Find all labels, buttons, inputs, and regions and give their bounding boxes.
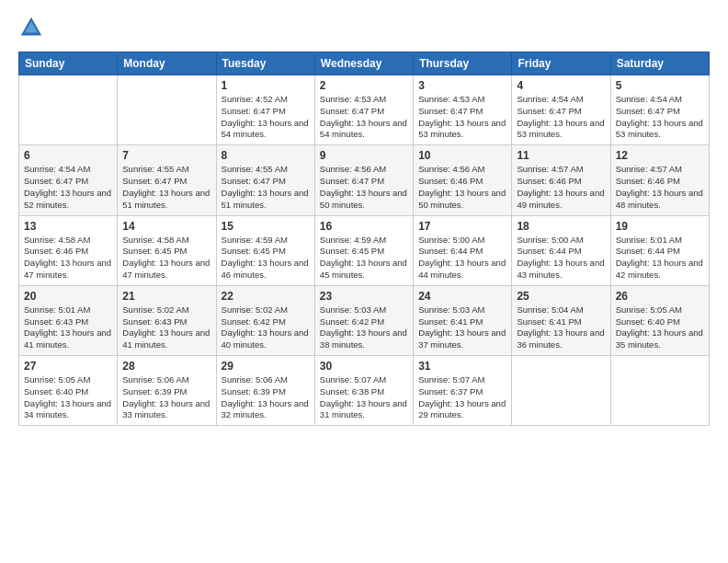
day-number: 1	[222, 79, 310, 92]
calendar-cell: 11Sunrise: 4:57 AM Sunset: 6:46 PM Dayli…	[512, 145, 610, 215]
calendar-cell: 17Sunrise: 5:00 AM Sunset: 6:44 PM Dayli…	[414, 215, 512, 285]
day-number: 16	[320, 220, 408, 233]
day-number: 25	[517, 290, 605, 303]
day-number: 10	[418, 149, 506, 162]
calendar-cell: 18Sunrise: 5:00 AM Sunset: 6:44 PM Dayli…	[512, 215, 610, 285]
calendar-week-row: 1Sunrise: 4:52 AM Sunset: 6:47 PM Daylig…	[19, 75, 710, 145]
calendar-cell: 12Sunrise: 4:57 AM Sunset: 6:46 PM Dayli…	[610, 145, 709, 215]
calendar-cell: 3Sunrise: 4:53 AM Sunset: 6:47 PM Daylig…	[414, 75, 512, 145]
calendar-cell: 21Sunrise: 5:02 AM Sunset: 6:43 PM Dayli…	[118, 285, 216, 355]
day-number: 31	[418, 360, 506, 373]
day-number: 26	[616, 290, 704, 303]
day-info: Sunrise: 5:00 AM Sunset: 6:44 PM Dayligh…	[418, 235, 506, 282]
day-number: 15	[222, 220, 310, 233]
day-number: 28	[122, 360, 210, 373]
day-number: 14	[122, 220, 210, 233]
day-info: Sunrise: 5:07 AM Sunset: 6:37 PM Dayligh…	[418, 374, 506, 421]
day-info: Sunrise: 4:57 AM Sunset: 6:46 PM Dayligh…	[616, 164, 704, 211]
calendar-cell: 20Sunrise: 5:01 AM Sunset: 6:43 PM Dayli…	[19, 285, 118, 355]
page: SundayMondayTuesdayWednesdayThursdayFrid…	[0, 0, 728, 563]
day-info: Sunrise: 4:56 AM Sunset: 6:47 PM Dayligh…	[320, 164, 408, 211]
day-info: Sunrise: 5:06 AM Sunset: 6:39 PM Dayligh…	[122, 374, 210, 421]
day-info: Sunrise: 4:55 AM Sunset: 6:47 PM Dayligh…	[222, 164, 310, 211]
day-number: 17	[418, 220, 506, 233]
day-info: Sunrise: 5:05 AM Sunset: 6:40 PM Dayligh…	[616, 304, 704, 351]
day-number: 12	[616, 149, 704, 162]
calendar-cell	[610, 356, 709, 426]
day-number: 8	[222, 149, 310, 162]
calendar-week-row: 27Sunrise: 5:05 AM Sunset: 6:40 PM Dayli…	[19, 356, 710, 426]
day-info: Sunrise: 5:06 AM Sunset: 6:39 PM Dayligh…	[222, 374, 310, 421]
weekday-header-row: SundayMondayTuesdayWednesdayThursdayFrid…	[19, 52, 710, 75]
day-number: 7	[122, 149, 210, 162]
day-number: 29	[222, 360, 310, 373]
calendar-cell: 16Sunrise: 4:59 AM Sunset: 6:45 PM Dayli…	[314, 215, 413, 285]
day-info: Sunrise: 5:05 AM Sunset: 6:40 PM Dayligh…	[24, 374, 112, 421]
calendar-week-row: 13Sunrise: 4:58 AM Sunset: 6:46 PM Dayli…	[19, 215, 710, 285]
calendar-cell	[512, 356, 610, 426]
day-info: Sunrise: 4:54 AM Sunset: 6:47 PM Dayligh…	[517, 94, 605, 141]
calendar-cell: 19Sunrise: 5:01 AM Sunset: 6:44 PM Dayli…	[610, 215, 709, 285]
day-info: Sunrise: 4:53 AM Sunset: 6:47 PM Dayligh…	[320, 94, 408, 141]
day-number: 24	[418, 290, 506, 303]
weekday-header-tuesday: Tuesday	[216, 52, 314, 75]
calendar-week-row: 6Sunrise: 4:54 AM Sunset: 6:47 PM Daylig…	[19, 145, 710, 215]
calendar-cell: 28Sunrise: 5:06 AM Sunset: 6:39 PM Dayli…	[118, 356, 216, 426]
calendar-cell	[19, 75, 118, 145]
day-number: 13	[24, 220, 112, 233]
calendar-cell: 22Sunrise: 5:02 AM Sunset: 6:42 PM Dayli…	[216, 285, 314, 355]
day-number: 18	[517, 220, 605, 233]
calendar-cell: 31Sunrise: 5:07 AM Sunset: 6:37 PM Dayli…	[414, 356, 512, 426]
calendar-week-row: 20Sunrise: 5:01 AM Sunset: 6:43 PM Dayli…	[19, 285, 710, 355]
calendar-cell: 29Sunrise: 5:06 AM Sunset: 6:39 PM Dayli…	[216, 356, 314, 426]
day-number: 19	[616, 220, 704, 233]
day-info: Sunrise: 4:55 AM Sunset: 6:47 PM Dayligh…	[122, 164, 210, 211]
day-info: Sunrise: 4:52 AM Sunset: 6:47 PM Dayligh…	[222, 94, 310, 141]
weekday-header-monday: Monday	[118, 52, 216, 75]
day-info: Sunrise: 5:02 AM Sunset: 6:42 PM Dayligh…	[222, 304, 310, 351]
header	[18, 15, 710, 40]
day-number: 27	[24, 360, 112, 373]
day-number: 22	[222, 290, 310, 303]
day-info: Sunrise: 5:03 AM Sunset: 6:42 PM Dayligh…	[320, 304, 408, 351]
day-info: Sunrise: 5:02 AM Sunset: 6:43 PM Dayligh…	[122, 304, 210, 351]
day-info: Sunrise: 4:56 AM Sunset: 6:46 PM Dayligh…	[418, 164, 506, 211]
day-info: Sunrise: 5:03 AM Sunset: 6:41 PM Dayligh…	[418, 304, 506, 351]
day-info: Sunrise: 5:07 AM Sunset: 6:38 PM Dayligh…	[320, 374, 408, 421]
day-number: 5	[616, 79, 704, 92]
day-number: 20	[24, 290, 112, 303]
calendar-cell: 14Sunrise: 4:58 AM Sunset: 6:45 PM Dayli…	[118, 215, 216, 285]
calendar-cell: 23Sunrise: 5:03 AM Sunset: 6:42 PM Dayli…	[314, 285, 413, 355]
day-info: Sunrise: 4:57 AM Sunset: 6:46 PM Dayligh…	[517, 164, 605, 211]
day-info: Sunrise: 5:00 AM Sunset: 6:44 PM Dayligh…	[517, 235, 605, 282]
weekday-header-wednesday: Wednesday	[314, 52, 413, 75]
calendar-cell: 27Sunrise: 5:05 AM Sunset: 6:40 PM Dayli…	[19, 356, 118, 426]
day-number: 23	[320, 290, 408, 303]
day-number: 3	[418, 79, 506, 92]
day-info: Sunrise: 4:54 AM Sunset: 6:47 PM Dayligh…	[616, 94, 704, 141]
calendar-table: SundayMondayTuesdayWednesdayThursdayFrid…	[18, 52, 710, 426]
day-info: Sunrise: 5:04 AM Sunset: 6:41 PM Dayligh…	[517, 304, 605, 351]
weekday-header-saturday: Saturday	[610, 52, 709, 75]
day-number: 30	[320, 360, 408, 373]
calendar-cell: 4Sunrise: 4:54 AM Sunset: 6:47 PM Daylig…	[512, 75, 610, 145]
calendar-cell: 1Sunrise: 4:52 AM Sunset: 6:47 PM Daylig…	[216, 75, 314, 145]
day-number: 6	[24, 149, 112, 162]
day-number: 21	[122, 290, 210, 303]
calendar-cell: 26Sunrise: 5:05 AM Sunset: 6:40 PM Dayli…	[610, 285, 709, 355]
calendar-cell: 8Sunrise: 4:55 AM Sunset: 6:47 PM Daylig…	[216, 145, 314, 215]
calendar-cell: 24Sunrise: 5:03 AM Sunset: 6:41 PM Dayli…	[414, 285, 512, 355]
day-number: 9	[320, 149, 408, 162]
calendar-cell: 9Sunrise: 4:56 AM Sunset: 6:47 PM Daylig…	[314, 145, 413, 215]
day-info: Sunrise: 4:54 AM Sunset: 6:47 PM Dayligh…	[24, 164, 112, 211]
day-info: Sunrise: 4:58 AM Sunset: 6:46 PM Dayligh…	[24, 235, 112, 282]
calendar-cell	[118, 75, 216, 145]
weekday-header-friday: Friday	[512, 52, 610, 75]
calendar-cell: 25Sunrise: 5:04 AM Sunset: 6:41 PM Dayli…	[512, 285, 610, 355]
calendar-cell: 2Sunrise: 4:53 AM Sunset: 6:47 PM Daylig…	[314, 75, 413, 145]
logo	[18, 15, 48, 40]
weekday-header-sunday: Sunday	[19, 52, 118, 75]
calendar-cell: 10Sunrise: 4:56 AM Sunset: 6:46 PM Dayli…	[414, 145, 512, 215]
weekday-header-thursday: Thursday	[414, 52, 512, 75]
calendar-cell: 6Sunrise: 4:54 AM Sunset: 6:47 PM Daylig…	[19, 145, 118, 215]
